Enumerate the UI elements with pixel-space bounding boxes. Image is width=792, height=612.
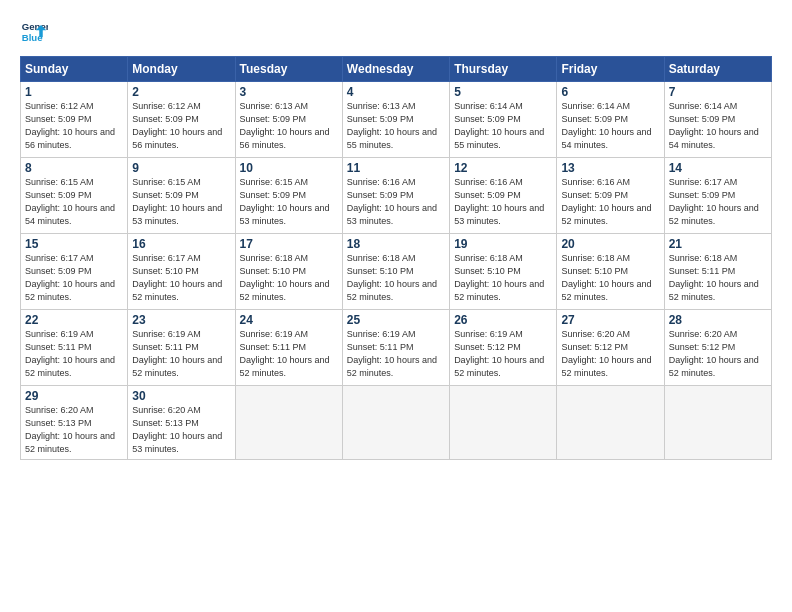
- day-info: Sunrise: 6:14 AMSunset: 5:09 PMDaylight:…: [561, 101, 651, 150]
- day-info: Sunrise: 6:15 AMSunset: 5:09 PMDaylight:…: [240, 177, 330, 226]
- calendar-day-cell: [664, 386, 771, 460]
- calendar-day-cell: 21 Sunrise: 6:18 AMSunset: 5:11 PMDaylig…: [664, 234, 771, 310]
- day-number: 15: [25, 237, 123, 251]
- calendar-day-cell: [557, 386, 664, 460]
- day-number: 11: [347, 161, 445, 175]
- day-info: Sunrise: 6:19 AMSunset: 5:11 PMDaylight:…: [347, 329, 437, 378]
- day-number: 16: [132, 237, 230, 251]
- calendar-day-cell: 12 Sunrise: 6:16 AMSunset: 5:09 PMDaylig…: [450, 158, 557, 234]
- day-number: 2: [132, 85, 230, 99]
- calendar-day-cell: 14 Sunrise: 6:17 AMSunset: 5:09 PMDaylig…: [664, 158, 771, 234]
- day-info: Sunrise: 6:20 AMSunset: 5:12 PMDaylight:…: [561, 329, 651, 378]
- day-number: 26: [454, 313, 552, 327]
- day-number: 1: [25, 85, 123, 99]
- calendar-day-cell: 8 Sunrise: 6:15 AMSunset: 5:09 PMDayligh…: [21, 158, 128, 234]
- day-info: Sunrise: 6:18 AMSunset: 5:10 PMDaylight:…: [561, 253, 651, 302]
- day-number: 8: [25, 161, 123, 175]
- day-info: Sunrise: 6:17 AMSunset: 5:09 PMDaylight:…: [669, 177, 759, 226]
- calendar-day-cell: 28 Sunrise: 6:20 AMSunset: 5:12 PMDaylig…: [664, 310, 771, 386]
- calendar-header-saturday: Saturday: [664, 57, 771, 82]
- day-number: 24: [240, 313, 338, 327]
- day-info: Sunrise: 6:20 AMSunset: 5:13 PMDaylight:…: [25, 405, 115, 454]
- day-info: Sunrise: 6:17 AMSunset: 5:10 PMDaylight:…: [132, 253, 222, 302]
- day-info: Sunrise: 6:18 AMSunset: 5:10 PMDaylight:…: [454, 253, 544, 302]
- calendar-day-cell: 24 Sunrise: 6:19 AMSunset: 5:11 PMDaylig…: [235, 310, 342, 386]
- calendar-day-cell: 4 Sunrise: 6:13 AMSunset: 5:09 PMDayligh…: [342, 82, 449, 158]
- calendar-day-cell: 30 Sunrise: 6:20 AMSunset: 5:13 PMDaylig…: [128, 386, 235, 460]
- calendar-week-row: 1 Sunrise: 6:12 AMSunset: 5:09 PMDayligh…: [21, 82, 772, 158]
- day-info: Sunrise: 6:16 AMSunset: 5:09 PMDaylight:…: [454, 177, 544, 226]
- day-number: 17: [240, 237, 338, 251]
- calendar-day-cell: 15 Sunrise: 6:17 AMSunset: 5:09 PMDaylig…: [21, 234, 128, 310]
- calendar-week-row: 15 Sunrise: 6:17 AMSunset: 5:09 PMDaylig…: [21, 234, 772, 310]
- calendar-day-cell: 5 Sunrise: 6:14 AMSunset: 5:09 PMDayligh…: [450, 82, 557, 158]
- calendar-day-cell: [235, 386, 342, 460]
- calendar-day-cell: 26 Sunrise: 6:19 AMSunset: 5:12 PMDaylig…: [450, 310, 557, 386]
- day-number: 4: [347, 85, 445, 99]
- calendar-table: SundayMondayTuesdayWednesdayThursdayFrid…: [20, 56, 772, 460]
- calendar-header-row: SundayMondayTuesdayWednesdayThursdayFrid…: [21, 57, 772, 82]
- day-info: Sunrise: 6:14 AMSunset: 5:09 PMDaylight:…: [669, 101, 759, 150]
- calendar-day-cell: 18 Sunrise: 6:18 AMSunset: 5:10 PMDaylig…: [342, 234, 449, 310]
- calendar-day-cell: 7 Sunrise: 6:14 AMSunset: 5:09 PMDayligh…: [664, 82, 771, 158]
- calendar-day-cell: 2 Sunrise: 6:12 AMSunset: 5:09 PMDayligh…: [128, 82, 235, 158]
- svg-text:General: General: [22, 21, 48, 32]
- day-info: Sunrise: 6:19 AMSunset: 5:11 PMDaylight:…: [132, 329, 222, 378]
- day-number: 14: [669, 161, 767, 175]
- calendar-header-thursday: Thursday: [450, 57, 557, 82]
- calendar-day-cell: 25 Sunrise: 6:19 AMSunset: 5:11 PMDaylig…: [342, 310, 449, 386]
- calendar-header-wednesday: Wednesday: [342, 57, 449, 82]
- calendar-day-cell: 10 Sunrise: 6:15 AMSunset: 5:09 PMDaylig…: [235, 158, 342, 234]
- day-info: Sunrise: 6:13 AMSunset: 5:09 PMDaylight:…: [240, 101, 330, 150]
- day-info: Sunrise: 6:20 AMSunset: 5:13 PMDaylight:…: [132, 405, 222, 454]
- calendar-day-cell: 22 Sunrise: 6:19 AMSunset: 5:11 PMDaylig…: [21, 310, 128, 386]
- calendar-header-tuesday: Tuesday: [235, 57, 342, 82]
- day-number: 12: [454, 161, 552, 175]
- calendar-day-cell: 3 Sunrise: 6:13 AMSunset: 5:09 PMDayligh…: [235, 82, 342, 158]
- day-number: 27: [561, 313, 659, 327]
- day-info: Sunrise: 6:16 AMSunset: 5:09 PMDaylight:…: [561, 177, 651, 226]
- day-info: Sunrise: 6:20 AMSunset: 5:12 PMDaylight:…: [669, 329, 759, 378]
- calendar-header-sunday: Sunday: [21, 57, 128, 82]
- day-info: Sunrise: 6:18 AMSunset: 5:11 PMDaylight:…: [669, 253, 759, 302]
- day-info: Sunrise: 6:17 AMSunset: 5:09 PMDaylight:…: [25, 253, 115, 302]
- day-number: 3: [240, 85, 338, 99]
- day-info: Sunrise: 6:15 AMSunset: 5:09 PMDaylight:…: [132, 177, 222, 226]
- day-number: 10: [240, 161, 338, 175]
- day-info: Sunrise: 6:19 AMSunset: 5:11 PMDaylight:…: [25, 329, 115, 378]
- day-number: 28: [669, 313, 767, 327]
- day-number: 13: [561, 161, 659, 175]
- calendar-day-cell: 1 Sunrise: 6:12 AMSunset: 5:09 PMDayligh…: [21, 82, 128, 158]
- calendar-day-cell: [342, 386, 449, 460]
- calendar-day-cell: 13 Sunrise: 6:16 AMSunset: 5:09 PMDaylig…: [557, 158, 664, 234]
- day-number: 30: [132, 389, 230, 403]
- calendar-day-cell: 27 Sunrise: 6:20 AMSunset: 5:12 PMDaylig…: [557, 310, 664, 386]
- day-number: 23: [132, 313, 230, 327]
- day-info: Sunrise: 6:12 AMSunset: 5:09 PMDaylight:…: [25, 101, 115, 150]
- logo-icon: General Blue: [20, 18, 48, 46]
- calendar-day-cell: 6 Sunrise: 6:14 AMSunset: 5:09 PMDayligh…: [557, 82, 664, 158]
- day-number: 6: [561, 85, 659, 99]
- calendar-day-cell: 16 Sunrise: 6:17 AMSunset: 5:10 PMDaylig…: [128, 234, 235, 310]
- calendar-week-row: 8 Sunrise: 6:15 AMSunset: 5:09 PMDayligh…: [21, 158, 772, 234]
- day-info: Sunrise: 6:15 AMSunset: 5:09 PMDaylight:…: [25, 177, 115, 226]
- calendar-day-cell: 23 Sunrise: 6:19 AMSunset: 5:11 PMDaylig…: [128, 310, 235, 386]
- day-number: 9: [132, 161, 230, 175]
- calendar-day-cell: 9 Sunrise: 6:15 AMSunset: 5:09 PMDayligh…: [128, 158, 235, 234]
- day-info: Sunrise: 6:13 AMSunset: 5:09 PMDaylight:…: [347, 101, 437, 150]
- day-number: 22: [25, 313, 123, 327]
- calendar-day-cell: 11 Sunrise: 6:16 AMSunset: 5:09 PMDaylig…: [342, 158, 449, 234]
- day-info: Sunrise: 6:16 AMSunset: 5:09 PMDaylight:…: [347, 177, 437, 226]
- calendar-day-cell: 29 Sunrise: 6:20 AMSunset: 5:13 PMDaylig…: [21, 386, 128, 460]
- day-number: 7: [669, 85, 767, 99]
- calendar-week-row: 29 Sunrise: 6:20 AMSunset: 5:13 PMDaylig…: [21, 386, 772, 460]
- day-number: 20: [561, 237, 659, 251]
- day-info: Sunrise: 6:19 AMSunset: 5:12 PMDaylight:…: [454, 329, 544, 378]
- calendar-day-cell: 17 Sunrise: 6:18 AMSunset: 5:10 PMDaylig…: [235, 234, 342, 310]
- page-header: General Blue: [20, 18, 772, 46]
- day-number: 5: [454, 85, 552, 99]
- day-number: 18: [347, 237, 445, 251]
- day-number: 19: [454, 237, 552, 251]
- day-info: Sunrise: 6:18 AMSunset: 5:10 PMDaylight:…: [347, 253, 437, 302]
- calendar-day-cell: 19 Sunrise: 6:18 AMSunset: 5:10 PMDaylig…: [450, 234, 557, 310]
